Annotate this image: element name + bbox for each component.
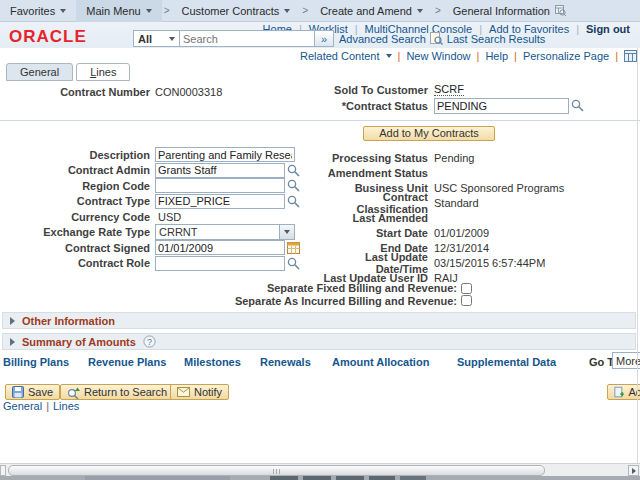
contract-number-label: Contract Number	[0, 86, 155, 98]
related-content-link[interactable]: Related Content	[300, 50, 380, 62]
summary-of-amounts-label: Summary of Amounts	[22, 336, 136, 348]
breadcrumb-label: Favorites	[10, 5, 55, 17]
region-code-label: Region Code	[0, 180, 155, 192]
scroll-left-button[interactable]	[0, 465, 6, 476]
chevron-down-icon[interactable]	[279, 225, 294, 239]
revenue-plans-link[interactable]: Revenue Plans	[88, 356, 166, 368]
separate-as-incurred-billing-checkbox[interactable]	[461, 295, 472, 306]
page-action-bar: Related Content New Window Help Personal…	[0, 48, 637, 64]
double-chevron-icon: »	[321, 33, 327, 45]
breadcrumb-label: General Information	[453, 5, 550, 17]
return-to-search-button[interactable]: Return to Search	[60, 384, 174, 400]
contract-signed-input[interactable]	[155, 240, 285, 255]
contract-number-value: CON0003318	[155, 86, 222, 98]
breadcrumb-find-icon[interactable]	[555, 5, 566, 16]
billing-plans-link[interactable]: Billing Plans	[3, 356, 69, 368]
breadcrumb-create-and-amend[interactable]: Create and Amend	[310, 0, 433, 22]
search-scope-select[interactable]: All	[133, 30, 180, 47]
contract-status-row: *Contract Status	[310, 97, 640, 114]
sign-out-link[interactable]: Sign out	[586, 23, 630, 35]
search-go-button[interactable]: »	[315, 30, 334, 47]
notify-button[interactable]: Notify	[170, 384, 229, 400]
tab-label: General	[20, 66, 59, 78]
breadcrumb-general-information[interactable]: General Information	[443, 0, 576, 22]
help-icon[interactable]: ?	[143, 335, 156, 348]
contract-status-input[interactable]	[434, 98, 569, 114]
separate-as-incurred-billing-row: Separate As Incurred Billing and Revenue…	[0, 295, 472, 308]
tab-lines[interactable]: Lines	[76, 63, 130, 81]
contract-type-input[interactable]	[155, 194, 285, 209]
add-to-my-contracts-button[interactable]: Add to My Contracts	[363, 126, 495, 141]
contract-role-lookup-icon[interactable]	[287, 257, 300, 270]
horizontal-scrollbar[interactable]	[0, 463, 640, 476]
personalize-page-link[interactable]: Personalize Page	[523, 50, 609, 62]
currency-code-label: Currency Code	[0, 211, 155, 223]
goto-select[interactable]: More	[612, 352, 640, 369]
currency-code-value: USD	[155, 211, 181, 223]
other-information-section[interactable]: Other Information	[2, 312, 636, 329]
separate-fixed-billing-checkbox[interactable]	[461, 283, 472, 294]
chevron-down-icon	[284, 9, 290, 13]
search-bar: All » Advanced Search Last Search Result…	[133, 30, 545, 47]
tab-label: Lines	[90, 66, 116, 78]
add-button[interactable]: Add	[607, 384, 640, 400]
personalize-grid-icon[interactable]	[624, 50, 637, 62]
last-search-results-link[interactable]: Last Search Results	[447, 33, 545, 45]
processing-status-label: Processing Status	[310, 152, 434, 164]
calendar-icon[interactable]	[287, 241, 300, 254]
scrollbar-thumb[interactable]	[8, 465, 545, 476]
new-window-link[interactable]: New Window	[406, 50, 470, 62]
sold-to-customer-row: Sold To Customer SCRF	[310, 82, 640, 97]
region-code-input[interactable]	[155, 178, 285, 193]
right-form: Processing Status Pending Amendment Stat…	[310, 150, 640, 285]
exchange-rate-type-select[interactable]: CRRNT	[155, 224, 295, 240]
breadcrumb-main-menu[interactable]: Main Menu	[76, 0, 161, 22]
description-input[interactable]	[155, 147, 295, 162]
chevron-right-icon	[10, 317, 15, 325]
contract-status-lookup-icon[interactable]	[571, 99, 584, 112]
renewals-link[interactable]: Renewals	[260, 356, 311, 368]
edge-block	[336, 476, 364, 480]
other-information-label: Other Information	[22, 315, 115, 327]
chevron-right-icon	[10, 338, 15, 346]
contract-signed-row: Contract Signed	[0, 240, 312, 256]
end-date-value: 12/31/2014	[434, 242, 489, 254]
supplemental-data-link[interactable]: Supplemental Data	[457, 356, 556, 368]
return-to-search-icon	[67, 386, 80, 399]
edge-block	[400, 476, 426, 480]
help-link[interactable]: Help	[485, 50, 508, 62]
contract-admin-input[interactable]	[155, 163, 285, 178]
contract-admin-lookup-icon[interactable]	[287, 164, 300, 177]
advanced-search-link[interactable]: Advanced Search	[339, 33, 426, 45]
edge-block	[369, 476, 395, 480]
contract-role-row: Contract Role	[0, 256, 312, 272]
search-scope-value: All	[138, 33, 152, 45]
scroll-right-button[interactable]	[628, 465, 639, 476]
breadcrumb-favorites[interactable]: Favorites	[0, 0, 76, 22]
sold-to-customer-link[interactable]: SCRF	[434, 83, 464, 96]
contract-type-label: Contract Type	[0, 195, 155, 207]
milestones-link[interactable]: Milestones	[184, 356, 241, 368]
amount-allocation-link[interactable]: Amount Allocation	[332, 356, 429, 368]
breadcrumb-customer-contracts[interactable]: Customer Contracts	[172, 0, 301, 22]
tab-general[interactable]: General	[6, 63, 73, 81]
save-button[interactable]: Save	[5, 384, 60, 400]
contract-admin-label: Contract Admin	[0, 164, 155, 176]
save-label: Save	[28, 386, 53, 398]
chevron-down-icon	[169, 37, 175, 41]
business-unit-value: USC Sponsored Programs	[434, 182, 564, 194]
general-link[interactable]: General	[3, 400, 42, 412]
page-tabs-links: General Lines	[3, 400, 79, 412]
contract-type-lookup-icon[interactable]	[287, 195, 300, 208]
contract-role-input[interactable]	[155, 256, 285, 271]
separator	[46, 400, 49, 412]
region-code-lookup-icon[interactable]	[287, 179, 300, 192]
search-input[interactable]	[180, 30, 315, 47]
last-search-results-icon	[430, 32, 443, 45]
lines-link[interactable]: Lines	[53, 400, 79, 412]
summary-of-amounts-section[interactable]: Summary of Amounts ?	[2, 333, 636, 350]
oracle-logo: ORACLE	[9, 27, 87, 47]
start-date-label: Start Date	[310, 227, 434, 239]
description-row: Description	[0, 147, 312, 163]
chevron-down-icon[interactable]	[386, 54, 392, 58]
